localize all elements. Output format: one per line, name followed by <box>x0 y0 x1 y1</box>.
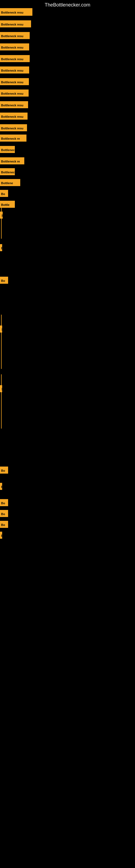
bar-item: Bo <box>0 510 8 517</box>
bar-item: Bo <box>0 521 8 528</box>
bar-item: Bo <box>0 190 8 197</box>
bar-label: Bottleneck resu <box>0 66 29 73</box>
bar-item: Bottle <box>0 201 15 208</box>
bar-label: B <box>0 244 2 251</box>
bar-label: Bottleneck resu <box>0 101 28 108</box>
bar-item: B <box>0 532 2 539</box>
bar-item: Bottleneck resu <box>0 124 27 131</box>
bar-label: Bottleneck r <box>0 146 15 153</box>
bar-item: B <box>0 483 2 490</box>
bar-label: Bo <box>0 521 8 528</box>
bar-label: Bottleneck re <box>0 134 27 142</box>
bar-item: B <box>0 244 2 251</box>
bar-label: Bottleneck resu <box>0 55 30 62</box>
bar-label: Bo <box>0 190 8 197</box>
bar-label: B <box>0 532 2 539</box>
vertical-line <box>1 315 2 369</box>
bar-item: Bo <box>0 277 8 284</box>
bar-item: Bottleneck resu <box>0 113 28 120</box>
vertical-line <box>1 206 2 239</box>
bar-label: Bo <box>0 277 8 284</box>
bar-item: Bottleneck resu <box>0 55 30 62</box>
bar-label: Bottleneck resu <box>0 20 31 27</box>
bar-item: Bottleneck r <box>0 146 15 153</box>
bar-item: Bottleneck r <box>0 168 15 175</box>
bar-item: Bottleneck resu <box>0 32 30 39</box>
bar-label: Bottlene <box>0 179 20 186</box>
bar-label: B <box>0 483 2 490</box>
bar-item: Bottleneck resu <box>0 90 29 97</box>
bar-label: Bottleneck resu <box>0 124 27 131</box>
bar-label: Bottleneck r <box>0 168 15 175</box>
bar-label: Bottleneck resu <box>0 8 32 16</box>
bar-item: Bottleneck resu <box>0 101 28 108</box>
bar-label: Bottleneck resu <box>0 32 30 39</box>
bar-item: Bottleneck resu <box>0 8 32 16</box>
vertical-line <box>1 374 2 429</box>
bar-label: Bo <box>0 499 8 506</box>
bar-label: Bo <box>0 467 8 474</box>
bar-label: Bottleneck resu <box>0 90 29 97</box>
bar-item: Bottlene <box>0 179 20 186</box>
bar-item: Bottleneck resu <box>0 66 29 73</box>
bar-item: Bottleneck resu <box>0 78 29 85</box>
bar-label: Bottleneck resu <box>0 43 29 51</box>
bar-item: Bottleneck re <box>0 157 24 164</box>
bar-item: Bo <box>0 467 8 474</box>
bar-item: Bottleneck re <box>0 134 27 142</box>
bar-label: Bottle <box>0 201 15 208</box>
bar-item: Bottleneck resu <box>0 20 31 27</box>
bar-label: Bo <box>0 510 8 517</box>
bar-item: Bottleneck resu <box>0 43 29 51</box>
bar-label: Bottleneck resu <box>0 78 29 85</box>
bar-label: Bottleneck resu <box>0 113 28 120</box>
bar-label: Bottleneck re <box>0 157 24 164</box>
bar-item: Bo <box>0 499 8 506</box>
